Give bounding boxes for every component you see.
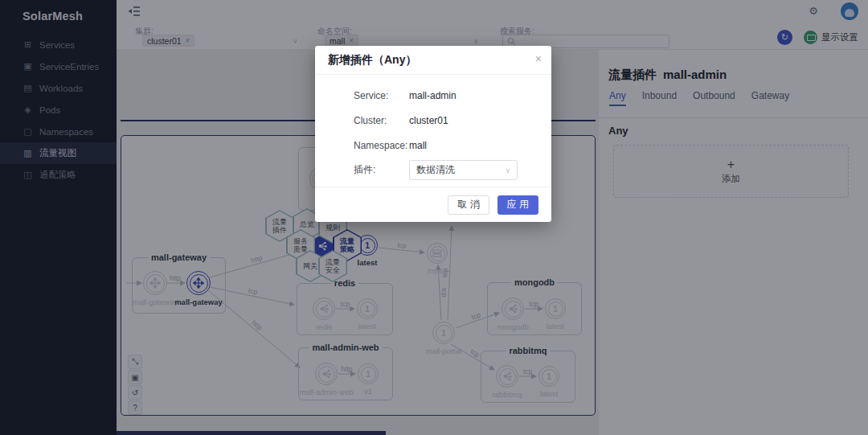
plugin-field-row: 插件: 数据清洗 ∨ xyxy=(354,158,551,183)
modal-field-value: mall-admin xyxy=(409,90,457,101)
screen: SolarMesh ⊞Services▣ServiceEntries▤Workl… xyxy=(0,0,868,435)
modal-field-row: Cluster:cluster01 xyxy=(354,108,551,133)
modal-field-row: Service:mall-admin xyxy=(354,83,551,108)
modal-body: Service:mall-adminCluster:cluster01Names… xyxy=(315,75,551,183)
modal-field-label: Service: xyxy=(354,90,409,101)
modal-footer: 取 消 应 用 xyxy=(315,187,551,222)
apply-button[interactable]: 应 用 xyxy=(497,195,538,215)
modal-field-value: cluster01 xyxy=(409,115,448,126)
close-icon[interactable]: × xyxy=(535,52,542,65)
modal-title: 新增插件（Any） xyxy=(328,53,416,68)
modal-field-row: Namespace:mall xyxy=(354,133,551,158)
plugin-select-value: 数据清洗 xyxy=(416,163,455,177)
modal-field-label: Namespace: xyxy=(354,140,409,151)
chevron-down-icon: ∨ xyxy=(505,166,510,174)
modal-header: 新增插件（Any） × xyxy=(315,46,551,75)
plugin-select[interactable]: 数据清洗 ∨ xyxy=(409,160,518,180)
modal-field-label: Cluster: xyxy=(354,115,409,126)
cancel-button[interactable]: 取 消 xyxy=(448,195,489,215)
plugin-field-label: 插件: xyxy=(354,163,409,177)
add-plugin-modal: 新增插件（Any） × Service:mall-adminCluster:cl… xyxy=(315,46,551,222)
modal-field-value: mall xyxy=(409,140,427,151)
